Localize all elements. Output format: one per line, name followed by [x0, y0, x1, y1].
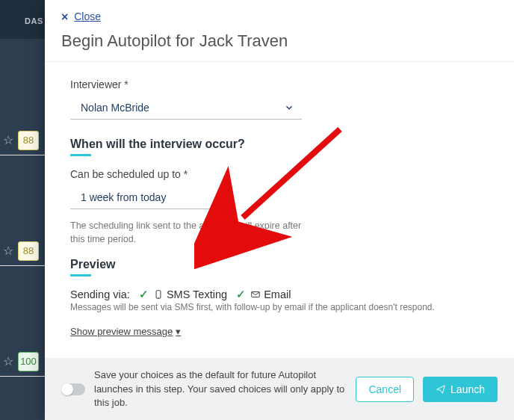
star-icon: ☆ — [3, 354, 13, 368]
close-icon: × — [61, 10, 68, 23]
sending-via-row: Sending via: ✓ SMS Texting ✓ Email — [70, 288, 489, 300]
save-default-text: Save your choices as the default for fut… — [94, 368, 347, 410]
when-heading: When will the interview occur? — [70, 138, 489, 151]
schedule-upto-select[interactable]: 1 week from today — [70, 185, 233, 209]
launch-label: Launch — [450, 383, 485, 395]
interviewer-select[interactable]: Nolan McBride — [70, 95, 302, 120]
schedule-upto-value: 1 week from today — [81, 191, 166, 203]
star-icon: ☆ — [3, 244, 13, 258]
phone-icon — [153, 288, 167, 300]
check-icon: ✓ — [139, 288, 149, 300]
accent-bar — [70, 274, 91, 277]
interviewer-label: Interviewer * — [70, 78, 489, 90]
email-label: Email — [264, 288, 291, 300]
interviewer-value: Nolan McBride — [81, 102, 149, 114]
schedule-helper-text: The scheduling link sent to the applican… — [70, 220, 302, 246]
launch-button[interactable]: Launch — [423, 377, 498, 402]
close-label: Close — [74, 10, 101, 22]
show-preview-toggle[interactable]: Show preview message ▾ — [70, 326, 181, 337]
toggle-knob — [61, 383, 73, 395]
accent-bar — [70, 154, 91, 156]
bg-nav-text: DAS — [0, 0, 45, 39]
preview-heading: Preview — [70, 258, 489, 271]
show-preview-label: Show preview message — [70, 326, 173, 337]
save-default-toggle[interactable] — [61, 383, 85, 395]
modal-body: Interviewer * Nolan McBride When will th… — [45, 62, 514, 358]
chevron-down-icon — [215, 192, 226, 206]
modal-header: × Close Begin Autopilot for Jack Traven — [45, 0, 514, 62]
score-badge: 88 — [18, 131, 39, 150]
envelope-icon — [250, 288, 264, 300]
table-row: ☆ 88 — [0, 236, 45, 266]
sending-via-label: Sending via: — [70, 288, 130, 300]
autopilot-modal: × Close Begin Autopilot for Jack Traven … — [45, 0, 514, 420]
paper-plane-icon — [436, 384, 446, 395]
score-badge: 100 — [18, 352, 39, 371]
close-button[interactable]: × Close — [61, 10, 498, 24]
sending-note: Messages will be sent via SMS first, wit… — [70, 302, 489, 312]
svg-rect-2 — [252, 292, 260, 297]
star-icon: ☆ — [3, 133, 13, 147]
caret-down-icon: ▾ — [176, 326, 181, 337]
schedule-upto-label: Can be scheduled up to * — [70, 168, 489, 180]
table-row: ☆ 88 — [0, 126, 45, 155]
chevron-down-icon — [284, 102, 294, 116]
check-icon: ✓ — [236, 288, 246, 300]
table-row: ☆ 100 — [0, 347, 45, 377]
score-badge: 88 — [18, 241, 39, 261]
cancel-button[interactable]: Cancel — [356, 377, 414, 402]
sms-label: SMS Texting — [167, 288, 227, 300]
modal-title: Begin Autopilot for Jack Traven — [61, 31, 498, 51]
modal-footer: Save your choices as the default for fut… — [45, 358, 514, 420]
